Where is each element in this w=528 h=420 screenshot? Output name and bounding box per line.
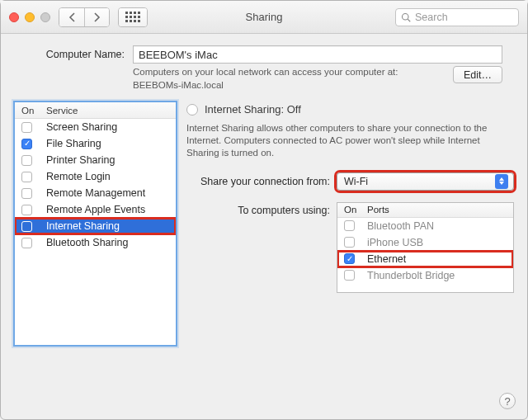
service-row[interactable]: Remote Login (15, 168, 176, 185)
port-label: iPhone USB (367, 237, 423, 248)
service-row[interactable]: Printer Sharing (15, 152, 176, 168)
service-list[interactable]: On Service Screen SharingFile SharingPri… (14, 101, 177, 346)
search-placeholder: Search (415, 12, 448, 23)
port-row[interactable]: Thunderbolt Bridge (337, 267, 513, 284)
port-row[interactable]: Ethernet (337, 251, 513, 267)
port-checkbox[interactable] (344, 220, 355, 231)
to-computers-label: To computers using: (186, 202, 330, 216)
service-label: Bluetooth Sharing (46, 237, 128, 248)
port-label: Thunderbolt Bridge (367, 270, 455, 281)
col-on: On (337, 203, 367, 217)
close-icon[interactable] (9, 12, 19, 22)
show-all-button[interactable] (118, 7, 148, 27)
internet-sharing-radio (186, 104, 198, 116)
port-row[interactable]: Bluetooth PAN (337, 218, 513, 234)
service-checkbox[interactable] (21, 221, 32, 232)
service-label: Screen Sharing (46, 121, 117, 133)
service-label: Remote Apple Events (46, 204, 145, 215)
detail-description: Internet Sharing allows other computers … (186, 122, 514, 159)
chevron-up-down-icon (495, 174, 508, 189)
search-icon (401, 12, 411, 22)
grid-icon (125, 12, 140, 22)
port-checkbox[interactable] (344, 253, 355, 264)
computer-name-subtext: Computers on your local network can acce… (133, 66, 445, 92)
service-checkbox[interactable] (21, 188, 32, 199)
detail-title: Internet Sharing: Off (205, 103, 301, 116)
share-from-label: Share your connection from: (186, 176, 330, 187)
ports-header: On Ports (337, 203, 513, 218)
service-checkbox[interactable] (21, 172, 32, 182)
service-checkbox[interactable] (21, 205, 32, 215)
forward-button[interactable] (84, 8, 109, 26)
service-label: Remote Management (46, 187, 145, 199)
computer-name-input[interactable] (133, 45, 502, 64)
port-checkbox[interactable] (344, 270, 355, 281)
window-title: Sharing (246, 11, 283, 23)
service-label: File Sharing (46, 138, 101, 149)
svg-line-1 (408, 19, 410, 21)
edit-button[interactable]: Edit… (453, 66, 502, 83)
service-checkbox[interactable] (21, 122, 32, 133)
service-label: Printer Sharing (46, 154, 115, 166)
service-row[interactable]: Remote Apple Events (15, 201, 176, 218)
service-list-header: On Service (15, 102, 176, 119)
port-label: Bluetooth PAN (367, 220, 434, 232)
help-button[interactable]: ? (499, 393, 516, 409)
ports-list[interactable]: On Ports Bluetooth PANiPhone USBEthernet… (337, 202, 514, 293)
share-from-value: Wi-Fi (344, 176, 368, 187)
service-row[interactable]: File Sharing (15, 135, 176, 152)
titlebar: Sharing Search (1, 1, 527, 34)
service-row[interactable]: Remote Management (15, 185, 176, 201)
computer-name-label: Computer Name: (26, 45, 125, 60)
search-field[interactable]: Search (395, 8, 519, 26)
nav-back-forward[interactable] (59, 7, 110, 27)
col-on: On (15, 102, 46, 118)
service-checkbox[interactable] (21, 139, 32, 149)
port-row[interactable]: iPhone USB (337, 234, 513, 251)
svg-point-0 (403, 13, 409, 20)
service-label: Internet Sharing (46, 220, 120, 232)
share-from-dropdown[interactable]: Wi-Fi (337, 172, 514, 191)
port-label: Ethernet (367, 253, 406, 265)
back-button[interactable] (59, 8, 84, 26)
minimize-icon[interactable] (25, 12, 35, 22)
service-label: Remote Login (46, 171, 111, 182)
service-checkbox[interactable] (21, 155, 32, 166)
port-checkbox[interactable] (344, 237, 355, 248)
traffic-lights (9, 12, 50, 22)
service-row[interactable]: Screen Sharing (15, 119, 176, 135)
col-ports: Ports (367, 203, 513, 217)
service-checkbox[interactable] (21, 238, 32, 248)
service-row[interactable]: Internet Sharing (15, 218, 176, 234)
col-service: Service (46, 102, 176, 118)
service-row[interactable]: Bluetooth Sharing (15, 234, 176, 251)
zoom-icon (40, 12, 50, 22)
